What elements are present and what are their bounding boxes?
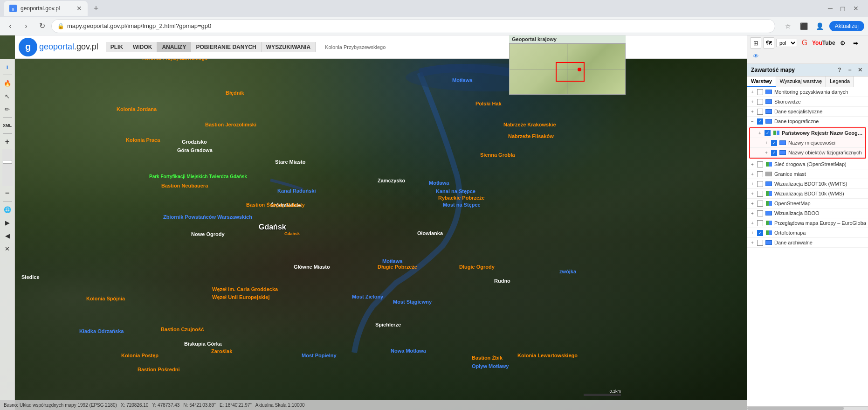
expand-nazwy-o[interactable]: + (763, 149, 770, 156)
cb-monitoring[interactable] (757, 89, 763, 95)
zoom-slider-handle[interactable] (3, 160, 12, 164)
layer-ortofoto[interactable]: + Ortofotomapa (747, 228, 868, 238)
cb-siec[interactable] (757, 161, 763, 167)
rp-minimize-btn[interactable]: − (846, 66, 854, 74)
cb-dane-arch[interactable] (757, 240, 763, 246)
rp-eye-btn[interactable]: 👁 (750, 50, 761, 62)
xml-btn[interactable]: XML (1, 119, 14, 132)
layer-monitoring[interactable]: + Monitoring pozyskiwania danych (747, 87, 868, 97)
cursor-btn[interactable]: ↖ (1, 90, 14, 102)
restore-btn[interactable]: ◻ (838, 5, 847, 12)
rp-lang-select[interactable]: pol eng (776, 39, 797, 47)
expand-prnig[interactable]: + (757, 130, 763, 136)
rp-grid-btn[interactable]: ⊞ (750, 37, 761, 49)
cb-bdot-wmts[interactable] (757, 181, 763, 187)
left-toolbar: i 🔥 ↖ ✏ XML + − 🌐 ▶ ◀ ✕ (0, 59, 15, 410)
cb-osm[interactable] (757, 201, 763, 207)
expand-granice[interactable]: + (749, 171, 756, 177)
layer-wiz-bdoo[interactable]: + Wizualizacja BDOO (747, 208, 868, 218)
expand-przegl[interactable]: + (749, 220, 756, 226)
layer-prnig[interactable]: + Państwowy Rejestr Nazw Geograficznych (750, 128, 865, 138)
layer-bdot-wms[interactable]: + Wizualizacja BDOT10k (WMS) (747, 189, 868, 199)
layer-bdot-wmts[interactable]: + Wizualizacja BDOT10k (WMTS) (747, 179, 868, 189)
map-area[interactable]: g geoportal.gov.pl PLIK WIDOK ANALIZY PO… (0, 35, 747, 410)
rp-google-btn[interactable]: G (799, 37, 810, 49)
cb-dane-spec[interactable] (757, 109, 763, 115)
pencil-btn[interactable]: ✏ (1, 103, 14, 115)
info-btn[interactable]: i (1, 61, 14, 73)
expand-dane-spec[interactable]: + (749, 108, 756, 115)
pan-right-btn[interactable]: ▶ (1, 216, 14, 229)
rp-map-btn[interactable]: 🗺 (763, 37, 774, 49)
bookmark-btn[interactable]: ☆ (782, 20, 795, 33)
pan-left-btn[interactable]: ◀ (1, 229, 14, 242)
cb-skoro[interactable] (757, 99, 763, 105)
scroll-thumb[interactable] (747, 407, 844, 410)
address-box[interactable]: 🔒 mapy.geoportal.gov.pl/imap/Imgp_2.html… (51, 19, 775, 33)
expand-osm[interactable]: + (749, 200, 756, 207)
tab-close-btn[interactable]: ✕ (76, 5, 82, 12)
expand-dane-topo[interactable]: − (749, 118, 756, 125)
reload-btn[interactable]: ↻ (35, 20, 48, 33)
close-tool-btn[interactable]: ✕ (1, 243, 14, 255)
forward-btn[interactable]: › (20, 20, 33, 33)
layer-dane-spec[interactable]: + Dane specjalistyczne (747, 107, 868, 117)
cb-ortofoto[interactable] (757, 230, 763, 236)
layer-skorowidze[interactable]: + Skorowidze (747, 97, 868, 107)
menu-widok[interactable]: WIDOK (128, 42, 157, 52)
layer-nazwy-obiek[interactable]: + Nazwy obiektów fizjograficznych (750, 148, 865, 158)
expand-siec[interactable]: + (749, 161, 756, 167)
tab-wyszukaj[interactable]: Wyszukaj warstwę (776, 76, 826, 87)
expand-dane-arch[interactable]: + (749, 239, 756, 246)
expand-wiz-bdoo[interactable]: + (749, 210, 756, 216)
layer-granice[interactable]: + Granice miast (747, 169, 868, 179)
zoom-in-map-btn[interactable]: + (1, 136, 14, 148)
expand-bdot-wmts[interactable]: + (749, 181, 756, 187)
rp-arrow-right-btn[interactable]: ➡ (850, 37, 861, 49)
expand-bdot-wms[interactable]: + (749, 190, 756, 197)
rp-globe-btn2[interactable]: ⚙ (837, 37, 848, 49)
tab-legenda[interactable]: Legenda (826, 76, 854, 87)
expand-monitoring[interactable]: + (749, 89, 756, 95)
cb-wiz-bdoo[interactable] (757, 210, 763, 216)
menu-analizy[interactable]: ANALIZY (157, 42, 191, 52)
update-btn[interactable]: Aktualizuj (829, 21, 864, 31)
cb-przegl[interactable] (757, 220, 763, 226)
expand-skoro[interactable]: + (749, 98, 756, 105)
cb-dane-topo[interactable] (757, 118, 763, 125)
rp-header-title: Zawartość mapy (751, 67, 795, 73)
menu-wyszukiwania[interactable]: WYSZUKIWANIA (262, 42, 316, 52)
cb-prnig[interactable] (765, 130, 771, 136)
cb-nazwy-o[interactable] (771, 150, 777, 156)
menu-plik[interactable]: PLIK (106, 42, 128, 52)
rp-close-panel-btn[interactable]: ✕ (856, 66, 864, 74)
layer-dane-topo[interactable]: − Dane topograficzne (747, 117, 868, 126)
back-btn[interactable]: ‹ (4, 20, 17, 33)
mini-map[interactable] (509, 43, 626, 95)
zoom-slider[interactable] (2, 149, 13, 186)
active-tab[interactable]: g geoportal.gov.pl ✕ (4, 1, 88, 16)
zoom-out-map-btn[interactable]: − (1, 187, 14, 199)
cb-granice[interactable] (757, 171, 763, 177)
cb-nazwy-m[interactable] (771, 140, 777, 146)
cb-bdot-wms[interactable] (757, 191, 763, 197)
globe-tool-btn[interactable]: 🌐 (1, 203, 14, 215)
rp-help-btn[interactable]: ? (835, 66, 844, 74)
fire-btn[interactable]: 🔥 (1, 77, 14, 89)
layer-osm[interactable]: + OpenStreetMap (747, 199, 868, 208)
icon-bdot-wms (765, 190, 773, 197)
layer-przegl-mapa[interactable]: + Przeglądowa mapa Europy – EuroGloba (747, 218, 868, 228)
layer-dane-arch[interactable]: + Dane archiwalne (747, 238, 868, 248)
expand-ortofoto[interactable]: + (749, 229, 756, 236)
tab-warstwy[interactable]: Warstwy (747, 76, 776, 87)
extensions-btn[interactable]: ⬛ (798, 20, 811, 33)
layer-siec-drog[interactable]: + Sieć drogowa (OpenStreetMap) (747, 160, 868, 169)
close-btn[interactable]: ✕ (851, 5, 861, 12)
new-tab-btn[interactable]: + (90, 2, 103, 15)
expand-nazwy-m[interactable]: + (763, 139, 770, 146)
profile-btn[interactable]: 👤 (813, 20, 827, 33)
layer-nazwy-miejsc[interactable]: + Nazwy miejscowości (750, 138, 865, 148)
menu-pobieranie[interactable]: POBIERANIE DANYCH (191, 42, 261, 52)
layer-name-dane-arch: Dane archiwalne (774, 240, 866, 245)
minimize-btn[interactable]: ─ (826, 5, 834, 12)
